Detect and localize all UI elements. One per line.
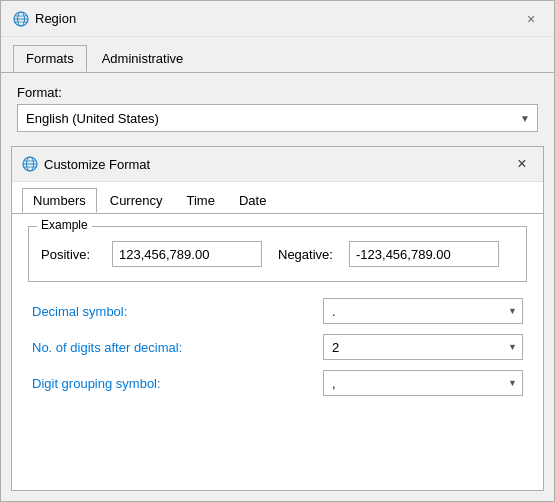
window-close-button[interactable]: × [520, 8, 542, 30]
example-legend: Example [37, 218, 92, 232]
customize-content: Example Positive: Negative: Decimal symb… [12, 214, 543, 490]
negative-label: Negative: [278, 247, 333, 262]
digits-after-decimal-label: No. of digits after decimal: [32, 340, 182, 355]
example-row: Positive: Negative: [41, 241, 514, 267]
decimal-symbol-select-wrapper: ., ▼ [323, 298, 523, 324]
tab-time[interactable]: Time [176, 188, 226, 213]
negative-value-input[interactable] [349, 241, 499, 267]
tab-numbers[interactable]: Numbers [22, 188, 97, 213]
customize-dialog: Customize Format × Numbers Currency Time… [11, 146, 544, 491]
inner-tabs: Numbers Currency Time Date [12, 182, 543, 214]
decimal-symbol-select[interactable]: ., [323, 298, 523, 324]
region-icon [13, 11, 29, 27]
tab-currency[interactable]: Currency [99, 188, 174, 213]
customize-dialog-title: Customize Format [44, 157, 150, 172]
positive-value-input[interactable] [112, 241, 262, 267]
customize-title-bar: Customize Format × [12, 147, 543, 182]
example-group: Example Positive: Negative: [28, 226, 527, 282]
digit-grouping-symbol-select[interactable]: ,. None [323, 370, 523, 396]
title-bar-left: Region [13, 11, 76, 27]
digit-grouping-symbol-select-wrapper: ,. None ▼ [323, 370, 523, 396]
format-section: Format: English (United States)English (… [1, 73, 554, 142]
tab-date[interactable]: Date [228, 188, 277, 213]
format-select[interactable]: English (United States)English (United K… [17, 104, 538, 132]
tab-formats[interactable]: Formats [13, 45, 87, 72]
customize-title-left: Customize Format [22, 156, 150, 172]
customize-globe-icon [22, 156, 38, 172]
tab-administrative[interactable]: Administrative [89, 45, 197, 72]
digits-after-decimal-select[interactable]: 01234 [323, 334, 523, 360]
customize-close-button[interactable]: × [511, 153, 533, 175]
outer-tabs: Formats Administrative [1, 37, 554, 73]
digits-after-decimal-row: No. of digits after decimal: 01234 ▼ [28, 334, 527, 360]
format-select-wrapper: English (United States)English (United K… [17, 104, 538, 132]
digits-after-decimal-select-wrapper: 01234 ▼ [323, 334, 523, 360]
window-title: Region [35, 11, 76, 26]
positive-label: Positive: [41, 247, 96, 262]
digit-grouping-symbol-label: Digit grouping symbol: [32, 376, 161, 391]
title-bar: Region × [1, 1, 554, 37]
digit-grouping-symbol-row: Digit grouping symbol: ,. None ▼ [28, 370, 527, 396]
region-window: Region × Formats Administrative Format: … [0, 0, 555, 502]
format-label: Format: [17, 85, 538, 100]
decimal-symbol-label: Decimal symbol: [32, 304, 127, 319]
decimal-symbol-row: Decimal symbol: ., ▼ [28, 298, 527, 324]
